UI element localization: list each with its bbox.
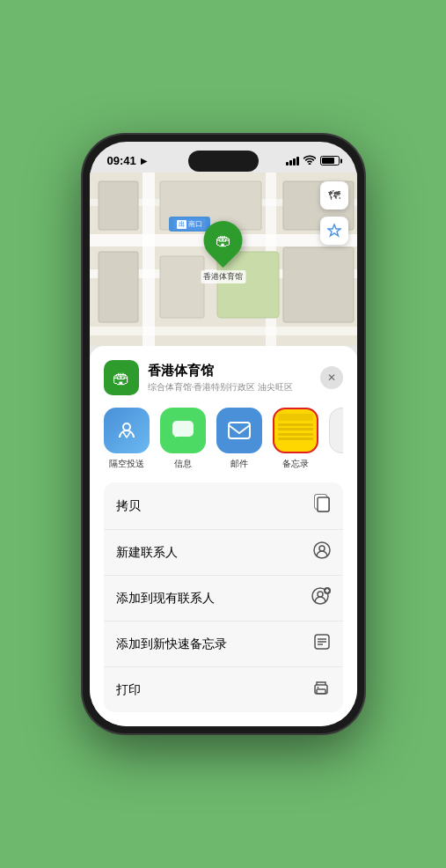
share-item-more[interactable]: 提 bbox=[329, 408, 343, 470]
svg-point-24 bbox=[318, 592, 323, 597]
svg-rect-12 bbox=[283, 247, 354, 322]
svg-rect-15 bbox=[172, 421, 194, 437]
venue-icon: 🏟 bbox=[104, 360, 139, 395]
signal-bar-3 bbox=[293, 158, 296, 166]
svg-rect-6 bbox=[99, 181, 138, 230]
map-location-button[interactable] bbox=[320, 217, 348, 245]
svg-point-34 bbox=[317, 687, 318, 688]
mail-icon bbox=[216, 408, 262, 453]
action-list: 拷贝 新建联系人 bbox=[104, 482, 343, 712]
share-row: 隔空投送 信息 bbox=[104, 408, 343, 470]
svg-rect-16 bbox=[229, 423, 250, 438]
svg-rect-10 bbox=[160, 256, 204, 318]
action-print-label: 打印 bbox=[116, 682, 141, 698]
copy-icon bbox=[313, 494, 331, 518]
bottom-sheet: 🏟 香港体育馆 综合体育馆·香港特别行政区 油尖旺区 ✕ bbox=[90, 346, 357, 726]
location-pin: 🏟 香港体育馆 bbox=[201, 221, 245, 283]
action-copy[interactable]: 拷贝 bbox=[104, 482, 343, 530]
svg-point-14 bbox=[123, 423, 130, 430]
pin-icon: 🏟 bbox=[195, 213, 250, 268]
share-item-notes[interactable]: 备忘录 bbox=[273, 408, 318, 470]
close-button[interactable]: ✕ bbox=[320, 366, 343, 389]
action-add-existing-label: 添加到现有联系人 bbox=[116, 591, 215, 607]
quick-note-icon bbox=[313, 633, 331, 655]
messages-label: 信息 bbox=[174, 458, 192, 470]
signal-bar-1 bbox=[286, 162, 289, 166]
action-new-contact[interactable]: 新建联系人 bbox=[104, 530, 343, 576]
map-area[interactable]: 出 南口 🏟 香港体育馆 🗺 bbox=[90, 173, 357, 346]
svg-rect-33 bbox=[317, 689, 325, 694]
action-copy-label: 拷贝 bbox=[116, 498, 141, 514]
add-contact-icon bbox=[311, 587, 331, 609]
map-background: 出 南口 🏟 香港体育馆 🗺 bbox=[90, 173, 357, 346]
signal-bar-2 bbox=[289, 160, 292, 166]
action-quick-note-label: 添加到新快速备忘录 bbox=[116, 636, 227, 652]
phone-frame: 09:41 ▶ bbox=[83, 135, 364, 733]
time-display: 09:41 bbox=[107, 154, 136, 167]
signal-bar-4 bbox=[296, 157, 299, 166]
pin-inner-icon: 🏟 bbox=[216, 232, 231, 250]
venue-info: 香港体育馆 综合体育馆·香港特别行政区 油尖旺区 bbox=[148, 363, 311, 394]
notes-icon bbox=[273, 408, 318, 453]
venue-header: 🏟 香港体育馆 综合体育馆·香港特别行政区 油尖旺区 ✕ bbox=[104, 360, 343, 395]
new-contact-icon bbox=[313, 541, 331, 563]
print-icon bbox=[311, 679, 331, 701]
close-icon: ✕ bbox=[327, 371, 336, 384]
action-quick-note[interactable]: 添加到新快速备忘录 bbox=[104, 622, 343, 667]
action-add-existing[interactable]: 添加到现有联系人 bbox=[104, 576, 343, 622]
svg-rect-9 bbox=[99, 252, 138, 322]
status-time: 09:41 ▶ bbox=[107, 154, 147, 167]
map-layers-button[interactable]: 🗺 bbox=[320, 181, 348, 210]
messages-icon bbox=[160, 408, 206, 453]
svg-rect-20 bbox=[318, 497, 329, 511]
notes-label: 备忘录 bbox=[282, 458, 309, 470]
svg-rect-13 bbox=[90, 327, 357, 335]
more-icon bbox=[329, 408, 343, 453]
venue-name: 香港体育馆 bbox=[148, 363, 311, 379]
airdrop-label: 隔空投送 bbox=[109, 458, 144, 470]
share-item-messages[interactable]: 信息 bbox=[160, 408, 206, 470]
phone-screen: 09:41 ▶ bbox=[90, 142, 357, 726]
svg-point-22 bbox=[319, 546, 325, 551]
location-icon: ▶ bbox=[141, 157, 147, 166]
airdrop-icon bbox=[104, 408, 150, 453]
pin-label: 香港体育馆 bbox=[201, 270, 245, 283]
action-print[interactable]: 打印 bbox=[104, 667, 343, 712]
share-item-airdrop[interactable]: 隔空投送 bbox=[104, 408, 150, 470]
battery-icon bbox=[320, 156, 340, 166]
dynamic-island bbox=[188, 151, 259, 172]
svg-rect-3 bbox=[143, 173, 155, 346]
battery-fill bbox=[322, 158, 334, 164]
status-icons bbox=[286, 155, 340, 166]
mail-label: 邮件 bbox=[230, 458, 248, 470]
wifi-icon bbox=[303, 155, 316, 166]
venue-subtitle: 综合体育馆·香港特别行政区 油尖旺区 bbox=[148, 381, 311, 394]
action-new-contact-label: 新建联系人 bbox=[116, 545, 178, 561]
signal-bars bbox=[286, 157, 299, 166]
share-item-mail[interactable]: 邮件 bbox=[216, 408, 262, 470]
